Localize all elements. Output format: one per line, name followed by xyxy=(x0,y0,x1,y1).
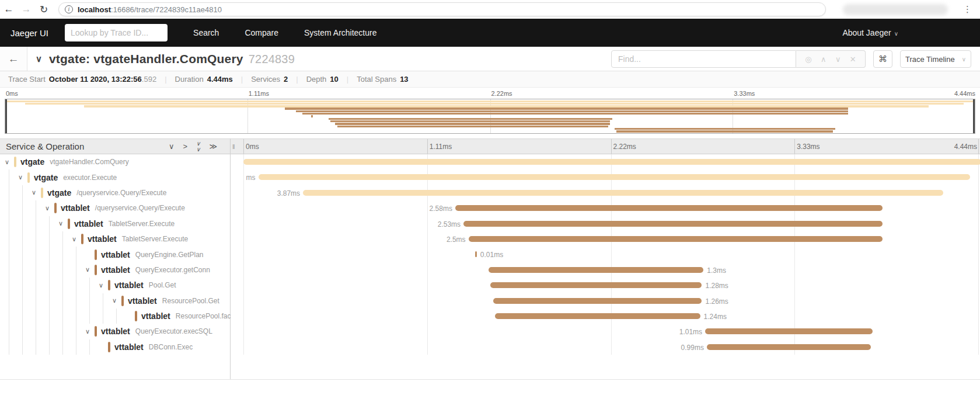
command-icon: ⌘ xyxy=(878,54,887,64)
span-duration-bar[interactable] xyxy=(463,221,882,227)
browser-forward-icon[interactable]: → xyxy=(18,4,35,15)
trace-view-selector[interactable]: Trace Timeline∨ xyxy=(900,50,971,68)
timeline-minimap[interactable] xyxy=(5,99,975,134)
span-expand-chevron-icon[interactable]: ∨ xyxy=(45,205,54,212)
prev-match-icon[interactable]: ∧ xyxy=(821,55,826,64)
browser-reload-icon[interactable]: ↻ xyxy=(35,4,53,16)
span-tree-row[interactable]: ∨vttabletResourcePool.Get xyxy=(0,293,230,309)
span-tree-row[interactable]: ∨vttabletQueryExecutor.execSQL xyxy=(0,324,230,339)
span-expand-chevron-icon[interactable]: ∨ xyxy=(5,158,14,166)
span-bar-row[interactable]: 1.3ms xyxy=(231,262,980,278)
about-jaeger-menu[interactable]: About Jaeger∨ xyxy=(842,28,898,37)
span-duration-bar[interactable] xyxy=(493,298,702,304)
span-duration-bar[interactable] xyxy=(495,313,700,319)
indent-guide xyxy=(18,200,32,216)
next-match-icon[interactable]: ∨ xyxy=(835,55,841,64)
clear-find-icon[interactable]: ✕ xyxy=(850,55,856,64)
span-duration-label: 3.87ms xyxy=(277,189,303,198)
span-tree-row[interactable]: ∨vttabletTabletServer.Execute xyxy=(0,231,230,247)
span-expand-chevron-icon[interactable]: ∨ xyxy=(85,328,95,335)
span-bar-row[interactable] xyxy=(231,154,980,169)
span-bar-row[interactable]: 1.01ms xyxy=(231,324,980,339)
minimap-left-scrubber-handle[interactable] xyxy=(5,99,7,133)
collapse-one-icon[interactable]: ∨ xyxy=(169,143,175,150)
column-resize-grip[interactable]: ‖ xyxy=(232,143,235,150)
span-expand-chevron-icon[interactable]: ∨ xyxy=(32,189,41,196)
span-service-name: vtgate xyxy=(34,173,58,182)
span-expand-chevron-icon[interactable]: ∨ xyxy=(112,297,121,304)
span-tree-row[interactable]: ∨vtgatevtgateHandler.ComQuery xyxy=(0,154,230,169)
span-tree-row[interactable]: ∨vttabletTabletServer.Execute xyxy=(0,216,230,231)
span-duration-bar[interactable] xyxy=(455,205,883,211)
span-bar-row[interactable]: 2.53ms xyxy=(231,216,980,231)
span-tree-row[interactable]: ∨vtgateexecutor.Execute xyxy=(0,169,230,185)
span-operation-name: QueryEngine.GetPlan xyxy=(135,251,204,259)
indent-guide xyxy=(58,262,72,278)
span-tree-row[interactable]: ∨vttabletPool.Get xyxy=(0,278,230,293)
span-tree-row[interactable]: vttabletDBConn.Exec xyxy=(0,339,230,355)
span-tree-row[interactable]: ∨vtgate/queryservice.Query/Execute xyxy=(0,185,230,200)
span-bar-row[interactable]: 2.58ms xyxy=(231,200,980,216)
span-duration-bar[interactable] xyxy=(259,174,970,180)
span-expand-chevron-icon[interactable]: ∨ xyxy=(18,174,27,181)
span-tree-row[interactable]: vttabletResourcePool.factory xyxy=(0,309,230,324)
summary-value: 13 xyxy=(400,75,408,84)
span-bar-row[interactable]: 0.01ms xyxy=(231,247,980,262)
indent-guide xyxy=(5,216,18,231)
span-duration-bar[interactable] xyxy=(243,159,980,165)
url-bar[interactable]: i localhost:16686/trace/7224839c11ae4810 xyxy=(58,2,826,16)
span-expand-chevron-icon[interactable]: ∨ xyxy=(99,282,108,289)
indent-guide xyxy=(58,247,72,262)
span-duration-label: 1.01ms xyxy=(679,328,705,336)
minimap-right-scrubber-handle[interactable] xyxy=(973,99,975,133)
span-service-name: vttablet xyxy=(101,265,130,275)
nav-item-compare[interactable]: Compare xyxy=(245,28,278,37)
expand-all-icon[interactable]: ≫ xyxy=(209,143,217,150)
nav-item-search[interactable]: Search xyxy=(193,28,219,37)
trace-id-lookup-input[interactable] xyxy=(65,24,168,41)
span-expand-chevron-icon[interactable]: ∨ xyxy=(58,220,68,227)
span-duration-bar[interactable] xyxy=(490,282,702,288)
trace-collapse-chevron-icon[interactable]: ∨ xyxy=(36,54,42,64)
service-operation-header: Service & Operation ∨ > ∨∨ ≫ xyxy=(0,138,230,154)
keyboard-shortcuts-button[interactable]: ⌘ xyxy=(873,50,892,68)
span-duration-bar[interactable] xyxy=(707,344,871,350)
span-duration-bar[interactable] xyxy=(303,190,943,196)
span-tree-row[interactable]: ∨vttablet/queryservice.Query/Execute xyxy=(0,200,230,216)
indent-guide xyxy=(5,247,18,262)
span-bar-row[interactable]: 3.87ms xyxy=(231,185,980,200)
summary-label: Trace Start xyxy=(8,75,46,84)
collapse-all-icon[interactable]: > xyxy=(183,143,187,150)
nav-item-system-architecture[interactable]: System Architecture xyxy=(304,28,377,37)
span-operation-name: QueryExecutor.getConn xyxy=(135,266,210,274)
jaeger-brand[interactable]: Jaeger UI xyxy=(11,28,48,38)
span-duration-bar[interactable] xyxy=(469,236,883,242)
span-tree-row[interactable]: vttabletQueryEngine.GetPlan xyxy=(0,247,230,262)
span-bar-row[interactable]: ms xyxy=(231,169,980,185)
span-bar-row[interactable]: 0.99ms xyxy=(231,339,980,355)
minimap-span-bar xyxy=(616,130,832,132)
expand-one-icon[interactable]: ∨∨ xyxy=(196,141,200,153)
span-duration-bar[interactable] xyxy=(705,328,872,334)
span-duration-bar[interactable] xyxy=(489,267,704,273)
span-expand-chevron-icon[interactable]: ∨ xyxy=(85,266,95,273)
span-bar-row[interactable]: 1.26ms xyxy=(231,293,980,309)
match-locate-icon[interactable]: ◎ xyxy=(805,55,811,64)
summary-item: Depth10 xyxy=(306,75,339,84)
span-tree-row[interactable]: ∨vttabletQueryExecutor.getConn xyxy=(0,262,230,278)
span-operation-name: TabletServer.Execute xyxy=(109,220,175,228)
page-info-icon[interactable]: i xyxy=(65,5,73,13)
back-button[interactable]: ← xyxy=(0,47,27,71)
minimap-tick-labels: 0ms1.11ms2.22ms3.33ms4.44ms xyxy=(5,89,975,99)
span-bar-row[interactable]: 1.28ms xyxy=(231,278,980,293)
minimap-tick-label: 1.11ms xyxy=(247,90,269,97)
find-input[interactable] xyxy=(611,50,796,68)
span-expand-chevron-icon[interactable]: ∨ xyxy=(72,235,81,243)
span-bar-row[interactable]: 1.24ms xyxy=(231,309,980,324)
indent-guide xyxy=(85,278,99,293)
chevron-down-icon: ∨ xyxy=(894,30,898,37)
browser-menu-icon[interactable]: ⋮ xyxy=(963,0,972,19)
span-bar-row[interactable]: 2.5ms xyxy=(231,231,980,247)
browser-back-icon[interactable]: ← xyxy=(0,4,18,15)
indent-guide xyxy=(5,200,18,216)
